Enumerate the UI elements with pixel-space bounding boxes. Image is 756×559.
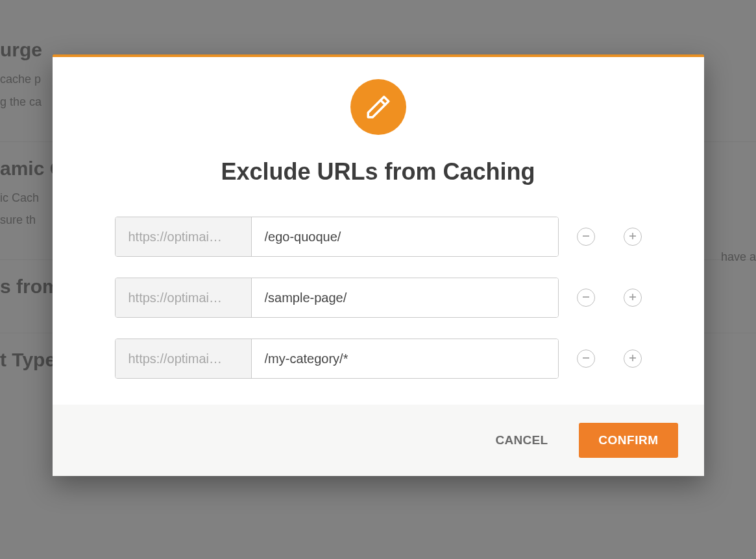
add-row-button[interactable] [624, 289, 642, 307]
url-field: https://optimai… [115, 339, 559, 379]
url-field: https://optimai… [115, 278, 559, 318]
minus-icon [582, 354, 590, 364]
minus-icon [582, 293, 590, 303]
remove-row-button[interactable] [577, 289, 595, 307]
plus-icon [629, 232, 637, 242]
add-row-button[interactable] [624, 228, 642, 246]
dialog-footer: CANCEL CONFIRM [53, 405, 704, 476]
url-input[interactable] [252, 217, 558, 256]
url-input[interactable] [252, 278, 558, 317]
plus-icon [629, 354, 637, 364]
exclude-urls-dialog: Exclude URLs from Caching https://optima… [53, 54, 704, 476]
plus-icon [629, 293, 637, 303]
url-rows: https://optimai… [115, 217, 642, 379]
pencil-icon [350, 79, 406, 135]
dialog-body: Exclude URLs from Caching https://optima… [53, 57, 704, 405]
dialog-title: Exclude URLs from Caching [221, 158, 535, 185]
minus-icon [582, 232, 590, 242]
url-row: https://optimai… [115, 339, 642, 379]
remove-row-button[interactable] [577, 350, 595, 368]
cancel-button[interactable]: CANCEL [495, 433, 548, 447]
url-row: https://optimai… [115, 278, 642, 318]
remove-row-button[interactable] [577, 228, 595, 246]
confirm-button[interactable]: CONFIRM [579, 423, 677, 458]
url-prefix: https://optimai… [116, 339, 252, 378]
url-field: https://optimai… [115, 217, 559, 257]
row-actions [577, 350, 642, 368]
row-actions [577, 289, 642, 307]
modal-overlay[interactable]: Exclude URLs from Caching https://optima… [0, 0, 756, 559]
add-row-button[interactable] [624, 350, 642, 368]
row-actions [577, 228, 642, 246]
url-prefix: https://optimai… [116, 217, 252, 256]
url-input[interactable] [252, 339, 558, 378]
url-prefix: https://optimai… [116, 278, 252, 317]
url-row: https://optimai… [115, 217, 642, 257]
